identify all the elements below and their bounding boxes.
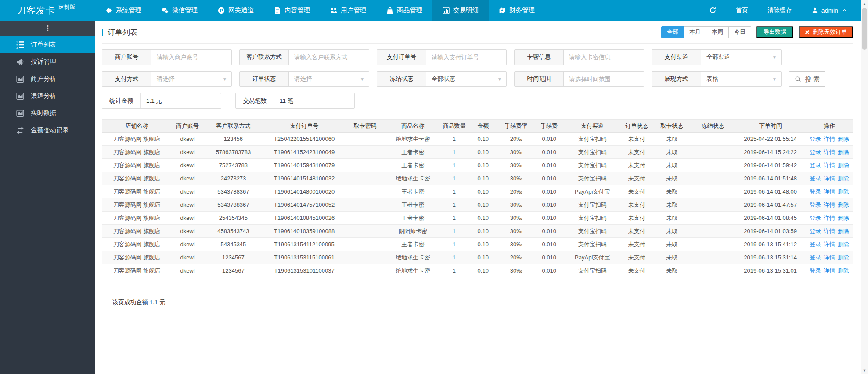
action-link-删除[interactable]: 删除 [838,149,849,155]
range-tab-本周[interactable]: 本周 [706,26,729,38]
action-link-登录[interactable]: 登录 [810,188,821,195]
sidebar-collapse-toggle[interactable]: ⋮ [0,21,95,36]
scroll-down-arrow-icon[interactable]: ▼ [861,367,868,374]
action-link-详情[interactable]: 详情 [824,162,835,169]
action-link-登录[interactable]: 登录 [810,136,821,142]
action-link-登录[interactable]: 登录 [810,175,821,182]
action-link-详情[interactable]: 详情 [824,149,835,155]
nav-item-gear[interactable]: 系统管理 [95,0,151,21]
action-link-详情[interactable]: 详情 [824,136,835,142]
nav-item-bar-chart[interactable]: 交易明细 [432,0,489,21]
sidebar-item-商户分析[interactable]: 商户分析 [0,70,95,87]
action-link-登录[interactable]: 登录 [810,215,821,221]
filter-input-客户联系方式[interactable] [289,50,369,65]
clear-cache-link[interactable]: 清除缓存 [767,7,792,14]
action-link-删除[interactable]: 删除 [838,188,849,195]
filter-input-商户账号[interactable] [151,50,231,65]
app-logo[interactable]: 刀客发卡 定制版 [0,0,95,21]
action-link-登录[interactable]: 登录 [810,149,821,155]
filter-select-支付方式[interactable]: 请选择▼ [151,72,231,86]
action-link-删除[interactable]: 删除 [838,136,849,142]
action-link-详情[interactable]: 详情 [824,175,835,182]
action-link-删除[interactable]: 删除 [838,175,849,182]
action-link-删除[interactable]: 删除 [838,228,849,234]
text-input[interactable] [569,54,638,61]
filter-label: 支付渠道 [652,50,701,65]
range-tab-全部[interactable]: 全部 [661,26,684,38]
delete-invalid-orders-button[interactable]: 删除无效订单 [799,26,853,38]
range-tab-今日[interactable]: 今日 [729,26,751,38]
nav-item-bag[interactable]: 商品管理 [376,0,432,21]
cell-金额: 0.10 [468,264,498,277]
action-link-登录[interactable]: 登录 [810,267,821,274]
export-data-button[interactable]: 导出数据 [756,26,793,38]
cell-支付渠道: PayApi支付宝 [565,251,620,264]
cell-手续费率: 30‰ [498,264,533,277]
action-link-删除[interactable]: 删除 [838,201,849,208]
sidebar-item-实时数据[interactable]: 实时数据 [0,104,95,122]
sidebar-item-投诉管理[interactable]: 投诉管理 [0,53,95,70]
nav-home-link[interactable]: 首页 [736,7,748,14]
refresh-button[interactable] [709,7,717,14]
text-input[interactable] [294,54,364,61]
action-link-详情[interactable]: 详情 [824,201,835,208]
nav-item-document[interactable]: 内容管理 [264,0,320,21]
scroll-up-arrow-icon[interactable]: ▲ [861,0,868,7]
cell-商品数量: 1 [441,146,468,159]
nav-item-money[interactable]: 财务管理 [489,0,545,21]
cell-金额: 0.10 [468,251,498,264]
nav-item-users[interactable]: 用户管理 [320,0,376,21]
filter-input-卡密信息[interactable] [564,50,644,65]
cell-支付渠道: 支付宝扫码 [565,238,620,251]
cell-店铺名称: 刀客源码网 旗舰店 [102,264,172,277]
action-link-登录[interactable]: 登录 [810,162,821,169]
nav-item-wechat[interactable]: 微信管理 [151,0,208,21]
action-link-删除[interactable]: 删除 [838,267,849,274]
filter-select-支付渠道[interactable]: 全部渠道▼ [701,50,781,65]
sidebar-item-金额变动记录[interactable]: 金额变动记录 [0,122,95,139]
range-tab-本月[interactable]: 本月 [684,26,706,38]
action-link-删除[interactable]: 删除 [838,241,849,248]
text-input[interactable] [569,76,638,83]
text-input[interactable] [157,54,226,61]
action-link-详情[interactable]: 详情 [824,188,835,195]
chevron-up-icon [842,8,847,13]
cell-店铺名称: 刀客源码网 旗舰店 [102,172,172,185]
action-link-详情[interactable]: 详情 [824,267,835,274]
cell-手续费率: 30‰ [498,198,533,212]
select-value: 全部渠道 [706,53,730,61]
cell-商品名称: 王者卡密 [385,212,441,225]
sidebar-item-订单列表[interactable]: 123 订单列表 [0,36,95,53]
filter-select-订单状态[interactable]: 请选择▼ [289,72,369,86]
filter-select-冻结状态[interactable]: 全部状态▼ [426,72,506,86]
user-icon [811,7,818,14]
table-row: 刀客源码网 旗舰店dkewl1234567T190613153115100061… [102,251,853,264]
cell-支付渠道: 支付宝扫码 [565,146,620,159]
cell-冻结状态 [691,146,735,159]
action-link-删除[interactable]: 删除 [838,162,849,169]
scrollbar-thumb[interactable] [862,8,867,50]
action-link-登录[interactable]: 登录 [810,228,821,234]
action-link-删除[interactable]: 删除 [838,254,849,261]
filter-label: 卡密信息 [515,50,564,65]
filter-input-时间范围[interactable] [564,72,644,86]
nav-item-label: 微信管理 [172,6,198,14]
sidebar-items: 123 订单列表 投诉管理 商户分析 渠道分析 实时数据 金额变动记录 [0,36,95,139]
nav-item-gateway-p[interactable]: P 网关通道 [208,0,264,21]
action-link-详情[interactable]: 详情 [824,228,835,234]
action-link-删除[interactable]: 删除 [838,215,849,221]
action-link-登录[interactable]: 登录 [810,201,821,208]
sidebar-item-渠道分析[interactable]: 渠道分析 [0,87,95,104]
action-link-登录[interactable]: 登录 [810,241,821,248]
action-link-登录[interactable]: 登录 [810,254,821,261]
filter-input-支付订单号[interactable] [426,50,506,65]
search-button[interactable]: 搜 索 [789,71,825,87]
action-link-详情[interactable]: 详情 [824,215,835,221]
action-link-详情[interactable]: 详情 [824,241,835,248]
cell-店铺名称: 刀客源码网 旗舰店 [102,185,172,198]
vertical-scrollbar[interactable]: ▲ ▼ [861,0,868,374]
action-link-详情[interactable]: 详情 [824,254,835,261]
user-menu[interactable]: admin [811,7,847,14]
text-input[interactable] [432,54,501,61]
filter-select-展现方式[interactable]: 表格▼ [701,72,781,86]
